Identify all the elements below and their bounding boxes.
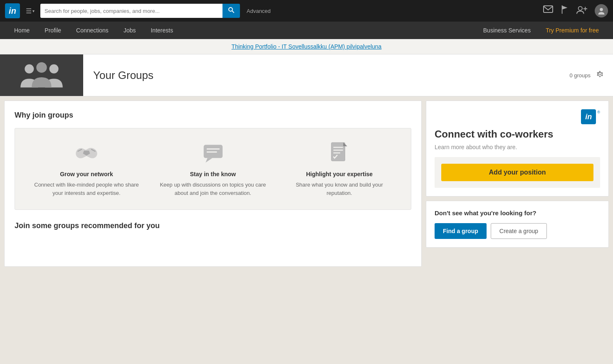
feature-stay-in-know-title: Stay in the know	[158, 171, 268, 177]
groups-count-area: 0 groups	[569, 70, 613, 81]
handshake-icon	[32, 141, 141, 166]
settings-icon[interactable]	[596, 70, 605, 81]
svg-point-9	[49, 64, 59, 74]
messages-icon[interactable]	[543, 5, 553, 16]
add-position-button[interactable]: Add your position	[441, 164, 593, 181]
menu-chevron-icon: ▾	[32, 9, 35, 13]
nav-profile[interactable]: Profile	[37, 22, 69, 39]
feature-highlight-expertise-title: Highlight your expertise	[284, 171, 394, 177]
search-wrap	[40, 4, 240, 18]
banner-link[interactable]: Thinking Portfolio - IT Sovellussalkku (…	[232, 43, 382, 50]
create-group-button[interactable]: Create a group	[491, 223, 547, 239]
document-icon	[284, 141, 394, 166]
search-input[interactable]	[40, 4, 222, 18]
recommended-title: Join some groups recommended for you	[15, 221, 411, 230]
svg-line-1	[232, 11, 234, 13]
svg-rect-15	[331, 143, 345, 161]
svg-point-8	[25, 64, 34, 74]
nav-business-services[interactable]: Business Services	[476, 22, 538, 39]
nav-jobs[interactable]: Jobs	[116, 22, 143, 39]
connect-sub: Learn more about who they are.	[435, 144, 600, 150]
right-panel: in ® Connect with co-workers Learn more …	[426, 101, 609, 267]
topbar-icons	[543, 4, 608, 17]
svg-rect-2	[544, 6, 553, 12]
feature-grow-network-desc: Connect with like-minded people who shar…	[32, 181, 141, 197]
feature-grow-network-title: Grow your network	[32, 171, 141, 177]
svg-rect-11	[203, 145, 222, 158]
main-content: Why join groups Grow your network Connec…	[0, 101, 613, 271]
svg-point-0	[229, 7, 232, 11]
menu-button[interactable]: ☰ ▾	[23, 5, 37, 17]
chat-icon	[158, 141, 268, 166]
connect-card-header: in ®	[435, 109, 600, 124]
feature-highlight-expertise: Highlight your expertise Share what you …	[276, 141, 403, 197]
secondbar: Home Profile Connections Jobs Interests …	[0, 22, 613, 39]
search-button[interactable]	[222, 4, 240, 18]
advanced-link[interactable]: Advanced	[247, 8, 271, 14]
find-group-button[interactable]: Find a group	[435, 223, 487, 239]
dont-see-buttons: Find a group Create a group	[435, 223, 600, 239]
svg-point-7	[600, 8, 603, 11]
groups-title: Your Groups	[83, 69, 569, 82]
why-join-title: Why join groups	[15, 111, 411, 120]
groups-header: Your Groups 0 groups	[0, 54, 613, 96]
nav-interests[interactable]: Interests	[143, 22, 180, 39]
li-logo-small: in	[581, 109, 596, 124]
topbar: in ☰ ▾ Advanced	[0, 0, 613, 22]
svg-point-10	[36, 62, 47, 73]
flag-icon[interactable]	[561, 5, 569, 17]
nav-home[interactable]: Home	[7, 22, 37, 39]
dont-see-title: Don't see what you're looking for?	[435, 209, 600, 216]
connect-card: in ® Connect with co-workers Learn more …	[426, 101, 609, 197]
svg-point-4	[578, 7, 582, 10]
svg-marker-12	[205, 158, 212, 162]
hamburger-icon: ☰	[26, 7, 32, 15]
connect-title: Connect with co-workers	[435, 128, 600, 140]
add-position-section: Add your position	[435, 157, 600, 188]
groups-icon-area	[0, 54, 83, 96]
linkedin-logo[interactable]: in	[5, 3, 20, 18]
search-icon	[227, 6, 235, 15]
feature-stay-in-know: Stay in the know Keep up with discussion…	[150, 141, 276, 197]
feature-grow-network: Grow your network Connect with like-mind…	[23, 141, 150, 197]
dont-see-card: Don't see what you're looking for? Find …	[426, 201, 609, 248]
left-panel: Why join groups Grow your network Connec…	[4, 101, 422, 267]
feature-stay-in-know-desc: Keep up with discussions on topics you c…	[158, 181, 268, 197]
feature-highlight-expertise-desc: Share what you know and build your reput…	[284, 181, 394, 197]
nav-connections[interactable]: Connections	[69, 22, 116, 39]
nav-try-premium[interactable]: Try Premium for free	[538, 22, 606, 39]
user-avatar[interactable]	[595, 4, 608, 17]
add-connections-icon[interactable]	[576, 5, 587, 17]
groups-people-icon	[19, 61, 64, 90]
banner: Thinking Portfolio - IT Sovellussalkku (…	[0, 39, 613, 54]
features-box: Grow your network Connect with like-mind…	[15, 128, 411, 210]
groups-count: 0 groups	[569, 72, 591, 79]
